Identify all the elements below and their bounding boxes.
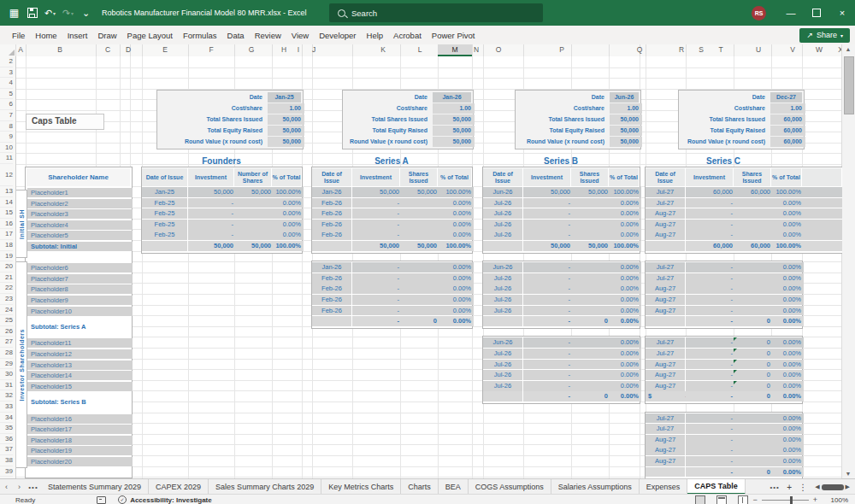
table-cell[interactable]: 0.00% bbox=[609, 360, 641, 370]
shareholder-row[interactable]: Placeholder20 bbox=[27, 457, 133, 466]
table-cell[interactable]: 0.00% bbox=[438, 262, 474, 273]
row-header[interactable]: 7 bbox=[0, 110, 13, 121]
subtotal-cell[interactable]: 100.00% bbox=[771, 241, 804, 251]
table-cell[interactable]: 0.00% bbox=[609, 284, 641, 294]
scroll-down-icon[interactable]: ▼ bbox=[842, 471, 854, 477]
table-cell[interactable]: 0 bbox=[734, 381, 773, 391]
column-header[interactable]: G bbox=[244, 44, 259, 56]
table-cell[interactable]: - bbox=[352, 220, 402, 230]
row-header[interactable]: 28 bbox=[0, 348, 13, 359]
minimize-button[interactable]: — bbox=[778, 0, 804, 26]
ribbon-tab-insert[interactable]: Insert bbox=[62, 26, 93, 44]
shareholder-row[interactable]: Placeholder8 bbox=[27, 284, 133, 294]
accessibility-status[interactable]: Accessibility: Investigate bbox=[130, 496, 212, 504]
subtotal-cell[interactable]: 0.00% bbox=[438, 316, 474, 326]
ribbon-tab-review[interactable]: Review bbox=[250, 26, 286, 44]
column-header[interactable]: O bbox=[491, 44, 506, 56]
table-cell[interactable]: 0.00% bbox=[272, 220, 304, 230]
table-cell[interactable] bbox=[571, 295, 610, 305]
subtotal-cell[interactable]: 0.00% bbox=[609, 391, 641, 401]
table-cell[interactable]: Feb-26 bbox=[312, 284, 351, 294]
table-cell[interactable]: Feb-25 bbox=[142, 198, 187, 208]
table-cell[interactable]: 0.00% bbox=[438, 208, 474, 219]
table-cell[interactable]: Jan-26 bbox=[312, 187, 351, 197]
table-cell[interactable]: - bbox=[523, 230, 573, 240]
shareholder-row[interactable]: Placeholder14 bbox=[27, 371, 133, 380]
table-cell[interactable]: Feb-26 bbox=[312, 220, 351, 230]
table-cell[interactable]: 0.00% bbox=[771, 273, 804, 284]
table-cell[interactable]: Aug-27 bbox=[646, 295, 685, 305]
table-cell[interactable] bbox=[400, 306, 439, 316]
table-cell[interactable]: 0.00% bbox=[771, 360, 804, 370]
save-icon[interactable] bbox=[23, 3, 41, 22]
sheet-tab-salaries-assumptions[interactable]: Salaries Assumptions bbox=[551, 479, 640, 495]
summary-value[interactable]: 50,000 bbox=[268, 137, 304, 147]
table-cell[interactable]: Jun-26 bbox=[483, 262, 522, 273]
sheet-tab-sales-summary-charts-2029[interactable]: Sales Summary Charts 2029 bbox=[209, 479, 321, 495]
subtotal-cell[interactable]: 0 bbox=[734, 467, 773, 478]
summary-value[interactable]: 60,000 bbox=[770, 126, 805, 136]
table-cell[interactable]: 0.00% bbox=[438, 273, 474, 284]
table-cell[interactable]: 0.00% bbox=[609, 381, 641, 391]
table-cell[interactable] bbox=[571, 230, 610, 240]
row-header[interactable]: 27 bbox=[0, 337, 13, 348]
table-cell[interactable]: 100.00% bbox=[609, 187, 641, 197]
row-header[interactable]: 22 bbox=[0, 283, 13, 294]
table-cell[interactable]: - bbox=[352, 198, 402, 208]
table-cell[interactable] bbox=[734, 273, 773, 284]
table-cell[interactable] bbox=[734, 198, 773, 208]
subtotal-cell[interactable] bbox=[646, 467, 685, 478]
column-header[interactable]: D bbox=[121, 44, 136, 56]
subtotal-cell[interactable]: - bbox=[523, 316, 573, 326]
search-box[interactable]: Search bbox=[329, 3, 543, 22]
table-cell[interactable]: 0.00% bbox=[609, 273, 641, 284]
subtotal-cell[interactable]: 0.00% bbox=[771, 391, 804, 401]
ribbon-tab-file[interactable]: File bbox=[7, 26, 30, 44]
table-cell[interactable]: 0.00% bbox=[272, 208, 304, 219]
table-header-cell[interactable]: Number of Shares bbox=[234, 168, 271, 186]
page-layout-view-icon[interactable] bbox=[716, 495, 727, 504]
subtotal-cell[interactable]: - bbox=[523, 391, 573, 401]
table-cell[interactable] bbox=[571, 337, 610, 348]
subtotal-cell[interactable]: 0.00% bbox=[771, 467, 804, 478]
table-cell[interactable]: Aug-27 bbox=[646, 306, 685, 316]
row-header[interactable]: 32 bbox=[0, 390, 13, 401]
subtotal-cell[interactable]: $- bbox=[646, 391, 690, 401]
table-cell[interactable] bbox=[571, 220, 610, 230]
table-cell[interactable]: Jul-26 bbox=[483, 273, 522, 284]
table-cell[interactable] bbox=[802, 208, 842, 219]
table-cell[interactable]: 0.00% bbox=[771, 413, 804, 424]
row-header[interactable]: 37 bbox=[0, 444, 13, 455]
ribbon-tab-developer[interactable]: Developer bbox=[314, 26, 361, 44]
table-cell[interactable]: - bbox=[686, 230, 735, 240]
summary-value[interactable]: 50,000 bbox=[268, 126, 304, 136]
table-cell[interactable]: Jun-26 bbox=[483, 187, 522, 197]
new-sheet-button[interactable]: + bbox=[782, 483, 796, 492]
table-header-cell[interactable]: Date of Issue bbox=[142, 168, 187, 186]
table-cell[interactable]: 0.00% bbox=[438, 220, 474, 230]
spreadsheet-grid[interactable]: 2345678910111213141516171819202122232425… bbox=[0, 56, 842, 478]
subtotal-cell[interactable] bbox=[312, 316, 351, 326]
column-header[interactable]: W bbox=[811, 44, 827, 56]
subtotal-cell[interactable]: 100.00% bbox=[438, 241, 474, 251]
table-cell[interactable]: 0.00% bbox=[609, 208, 641, 219]
table-header-cell[interactable]: Date of Issue bbox=[483, 168, 522, 186]
subtotal-cell[interactable]: 0 bbox=[734, 316, 773, 326]
subtotal-cell[interactable]: 60,000 bbox=[734, 241, 773, 251]
table-header-cell[interactable]: % of Total bbox=[771, 168, 801, 186]
row-header[interactable]: 26 bbox=[0, 326, 13, 337]
column-header[interactable]: T bbox=[713, 44, 728, 56]
table-cell[interactable] bbox=[571, 262, 610, 273]
table-cell[interactable]: Feb-26 bbox=[312, 306, 351, 316]
table-cell[interactable] bbox=[802, 187, 842, 197]
table-header-cell[interactable]: Shares Issued bbox=[400, 168, 437, 186]
table-cell[interactable]: 0.00% bbox=[438, 284, 474, 294]
summary-value[interactable]: 1.00 bbox=[770, 103, 805, 114]
table-cell[interactable] bbox=[734, 284, 773, 294]
table-cell[interactable] bbox=[734, 220, 773, 230]
table-cell[interactable]: 0.00% bbox=[771, 370, 804, 380]
shareholder-row[interactable]: Placeholder2 bbox=[27, 199, 133, 208]
avatar[interactable]: RS bbox=[752, 6, 766, 21]
row-header[interactable]: 34 bbox=[0, 413, 13, 424]
table-cell[interactable]: 0.00% bbox=[771, 337, 804, 348]
